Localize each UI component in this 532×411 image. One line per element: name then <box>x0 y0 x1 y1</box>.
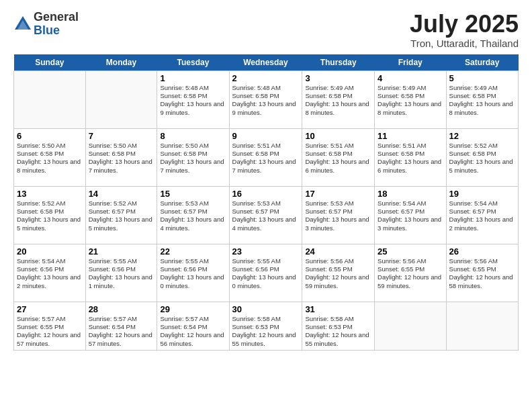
day-number: 3 <box>305 73 371 83</box>
table-row: 2Sunrise: 5:48 AM Sunset: 6:58 PM Daylig… <box>229 71 302 128</box>
day-info: Sunrise: 5:53 AM Sunset: 6:57 PM Dayligh… <box>305 199 371 232</box>
week-row-3: 13Sunrise: 5:52 AM Sunset: 6:58 PM Dayli… <box>14 186 519 244</box>
table-row: 31Sunrise: 5:58 AM Sunset: 6:53 PM Dayli… <box>302 302 375 350</box>
day-info: Sunrise: 5:51 AM Sunset: 6:58 PM Dayligh… <box>378 142 443 175</box>
day-number: 26 <box>449 246 515 257</box>
table-row: 25Sunrise: 5:56 AM Sunset: 6:55 PM Dayli… <box>375 244 447 302</box>
day-info: Sunrise: 5:58 AM Sunset: 6:53 PM Dayligh… <box>305 315 371 348</box>
week-row-2: 6Sunrise: 5:50 AM Sunset: 6:58 PM Daylig… <box>14 128 519 186</box>
table-row: 4Sunrise: 5:49 AM Sunset: 6:58 PM Daylig… <box>375 71 447 128</box>
table-row: 27Sunrise: 5:57 AM Sunset: 6:55 PM Dayli… <box>14 302 86 350</box>
day-info: Sunrise: 5:58 AM Sunset: 6:53 PM Dayligh… <box>232 315 300 348</box>
table-row: 8Sunrise: 5:50 AM Sunset: 6:58 PM Daylig… <box>157 128 229 186</box>
day-number: 22 <box>160 246 226 257</box>
day-info: Sunrise: 5:50 AM Sunset: 6:58 PM Dayligh… <box>160 142 226 175</box>
table-row: 20Sunrise: 5:54 AM Sunset: 6:56 PM Dayli… <box>14 244 86 302</box>
main-title: July 2025 <box>410 11 519 38</box>
table-row: 16Sunrise: 5:53 AM Sunset: 6:57 PM Dayli… <box>229 186 302 244</box>
day-number: 8 <box>160 131 226 141</box>
header-friday: Friday <box>375 54 447 71</box>
day-number: 25 <box>378 246 443 257</box>
table-row: 30Sunrise: 5:58 AM Sunset: 6:53 PM Dayli… <box>229 302 302 350</box>
table-row: 18Sunrise: 5:54 AM Sunset: 6:57 PM Dayli… <box>375 186 447 244</box>
table-row: 28Sunrise: 5:57 AM Sunset: 6:54 PM Dayli… <box>85 302 157 350</box>
day-info: Sunrise: 5:57 AM Sunset: 6:54 PM Dayligh… <box>160 315 226 348</box>
logo-general: General <box>34 11 79 24</box>
day-number: 16 <box>232 189 300 199</box>
day-number: 19 <box>449 189 515 199</box>
header-tuesday: Tuesday <box>157 54 229 71</box>
day-number: 1 <box>160 73 226 83</box>
day-number: 24 <box>305 246 371 257</box>
header: General Blue July 2025 Tron, Uttaradit, … <box>13 11 519 49</box>
day-number: 9 <box>232 131 300 141</box>
week-row-1: 1Sunrise: 5:48 AM Sunset: 6:58 PM Daylig… <box>14 71 519 128</box>
day-info: Sunrise: 5:55 AM Sunset: 6:56 PM Dayligh… <box>160 257 226 290</box>
day-info: Sunrise: 5:57 AM Sunset: 6:55 PM Dayligh… <box>17 315 83 348</box>
calendar-table: Sunday Monday Tuesday Wednesday Thursday… <box>13 54 519 351</box>
header-thursday: Thursday <box>302 54 375 71</box>
day-number: 4 <box>378 73 443 83</box>
title-block: July 2025 Tron, Uttaradit, Thailand <box>410 11 519 49</box>
day-number: 27 <box>17 304 83 314</box>
table-row <box>375 302 447 350</box>
table-row: 10Sunrise: 5:51 AM Sunset: 6:58 PM Dayli… <box>302 128 375 186</box>
table-row: 7Sunrise: 5:50 AM Sunset: 6:58 PM Daylig… <box>85 128 157 186</box>
header-row: Sunday Monday Tuesday Wednesday Thursday… <box>14 54 519 71</box>
header-wednesday: Wednesday <box>229 54 302 71</box>
day-info: Sunrise: 5:54 AM Sunset: 6:57 PM Dayligh… <box>378 199 443 232</box>
table-row: 13Sunrise: 5:52 AM Sunset: 6:58 PM Dayli… <box>14 186 86 244</box>
day-number: 20 <box>17 246 83 257</box>
day-number: 31 <box>305 304 371 314</box>
day-info: Sunrise: 5:52 AM Sunset: 6:58 PM Dayligh… <box>17 199 83 232</box>
day-info: Sunrise: 5:54 AM Sunset: 6:57 PM Dayligh… <box>449 199 515 232</box>
day-info: Sunrise: 5:48 AM Sunset: 6:58 PM Dayligh… <box>160 84 226 117</box>
logo: General Blue <box>13 11 79 38</box>
header-sunday: Sunday <box>14 54 86 71</box>
day-number: 15 <box>160 189 226 199</box>
day-number: 30 <box>232 304 300 314</box>
day-info: Sunrise: 5:49 AM Sunset: 6:58 PM Dayligh… <box>305 84 371 117</box>
table-row: 9Sunrise: 5:51 AM Sunset: 6:58 PM Daylig… <box>229 128 302 186</box>
table-row: 29Sunrise: 5:57 AM Sunset: 6:54 PM Dayli… <box>157 302 229 350</box>
table-row <box>85 71 157 128</box>
table-row <box>14 71 86 128</box>
day-number: 10 <box>305 131 371 141</box>
table-row: 26Sunrise: 5:56 AM Sunset: 6:55 PM Dayli… <box>446 244 518 302</box>
day-number: 6 <box>17 131 83 141</box>
table-row: 11Sunrise: 5:51 AM Sunset: 6:58 PM Dayli… <box>375 128 447 186</box>
table-row: 19Sunrise: 5:54 AM Sunset: 6:57 PM Dayli… <box>446 186 518 244</box>
table-row: 21Sunrise: 5:55 AM Sunset: 6:56 PM Dayli… <box>85 244 157 302</box>
day-info: Sunrise: 5:55 AM Sunset: 6:56 PM Dayligh… <box>232 257 300 290</box>
day-info: Sunrise: 5:50 AM Sunset: 6:58 PM Dayligh… <box>89 142 154 175</box>
header-monday: Monday <box>85 54 157 71</box>
day-info: Sunrise: 5:53 AM Sunset: 6:57 PM Dayligh… <box>232 199 300 232</box>
day-number: 5 <box>449 73 515 83</box>
day-number: 12 <box>449 131 515 141</box>
table-row <box>446 302 518 350</box>
logo-icon <box>13 15 32 34</box>
day-number: 17 <box>305 189 371 199</box>
logo-text: General Blue <box>34 11 79 38</box>
day-number: 18 <box>378 189 443 199</box>
table-row: 14Sunrise: 5:52 AM Sunset: 6:57 PM Dayli… <box>85 186 157 244</box>
day-info: Sunrise: 5:50 AM Sunset: 6:58 PM Dayligh… <box>17 142 83 175</box>
day-number: 2 <box>232 73 300 83</box>
table-row: 24Sunrise: 5:56 AM Sunset: 6:55 PM Dayli… <box>302 244 375 302</box>
header-saturday: Saturday <box>446 54 518 71</box>
day-info: Sunrise: 5:55 AM Sunset: 6:56 PM Dayligh… <box>89 257 154 290</box>
day-number: 14 <box>89 189 154 199</box>
day-number: 7 <box>89 131 154 141</box>
day-info: Sunrise: 5:52 AM Sunset: 6:58 PM Dayligh… <box>449 142 515 175</box>
table-row: 15Sunrise: 5:53 AM Sunset: 6:57 PM Dayli… <box>157 186 229 244</box>
day-number: 29 <box>160 304 226 314</box>
table-row: 12Sunrise: 5:52 AM Sunset: 6:58 PM Dayli… <box>446 128 518 186</box>
day-info: Sunrise: 5:56 AM Sunset: 6:55 PM Dayligh… <box>449 257 515 290</box>
table-row: 6Sunrise: 5:50 AM Sunset: 6:58 PM Daylig… <box>14 128 86 186</box>
day-number: 23 <box>232 246 300 257</box>
day-number: 13 <box>17 189 83 199</box>
page: General Blue July 2025 Tron, Uttaradit, … <box>0 0 532 411</box>
table-row: 1Sunrise: 5:48 AM Sunset: 6:58 PM Daylig… <box>157 71 229 128</box>
week-row-5: 27Sunrise: 5:57 AM Sunset: 6:55 PM Dayli… <box>14 302 519 350</box>
subtitle: Tron, Uttaradit, Thailand <box>410 38 519 49</box>
